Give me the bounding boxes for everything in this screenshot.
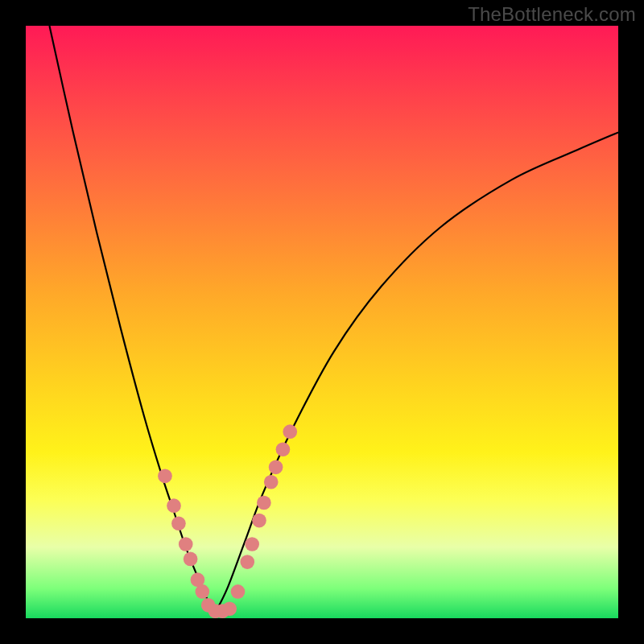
marker-dot [269,460,283,474]
marker-dot [184,552,198,567]
marker-dot [240,555,254,569]
marker-dot [195,584,209,599]
marker-dot [222,601,237,616]
outer-frame: TheBottleneck.com [0,0,644,644]
marker-dot [264,475,279,489]
marker-dot [252,514,266,528]
marker-dot [283,424,297,439]
marker-dot [231,584,246,599]
marker-dot [171,516,186,530]
curve-left-branch [49,26,215,613]
plot-area [26,26,618,618]
marker-dot [276,442,291,456]
chart-svg [26,26,618,618]
marker-dot [245,537,259,551]
marker-dot [167,498,181,513]
marker-dot [158,469,172,484]
marker-dot [257,496,271,510]
watermark-text: TheBottleneck.com [468,3,636,26]
marker-dot [179,537,193,551]
curve-right-branch [216,132,618,612]
